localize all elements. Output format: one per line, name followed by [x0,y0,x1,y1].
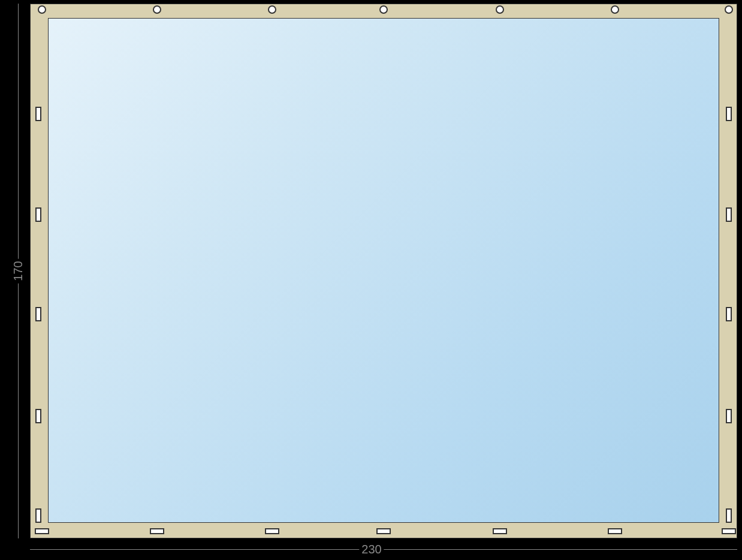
grommet-icon [379,5,388,14]
dimension-width-label: 230 [359,543,384,556]
slot-icon [35,307,41,321]
grommet-icon [153,5,161,14]
slot-icon [35,508,41,523]
slot-icon [35,528,49,534]
slot-icon [35,409,41,423]
grommet-icon [496,5,504,14]
slot-icon [35,207,41,222]
grommet-icon [611,5,619,14]
slot-icon [493,528,507,534]
slot-icon [722,528,736,534]
slot-icon [608,528,622,534]
slot-icon [726,107,732,121]
slot-icon [150,528,164,534]
grommet-icon [268,5,276,14]
tarp-panel [48,18,719,523]
slot-icon [376,528,391,534]
slot-icon [726,307,732,321]
slot-icon [726,207,732,222]
dimension-height-label: 170 [11,258,25,283]
slot-icon [726,409,732,423]
slot-icon [265,528,279,534]
slot-icon [726,508,732,523]
slot-icon [35,107,41,121]
grommet-icon [725,5,733,14]
grommet-icon [38,5,46,14]
diagram-stage: 230 170 [0,0,742,560]
